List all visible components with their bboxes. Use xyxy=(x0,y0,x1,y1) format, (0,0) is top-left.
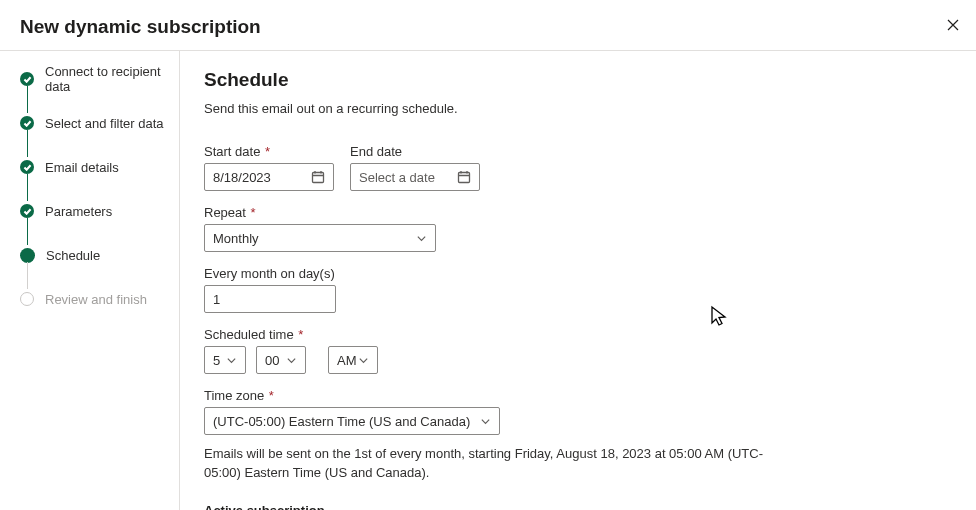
timezone-value: (UTC-05:00) Eastern Time (US and Canada) xyxy=(213,414,470,429)
check-icon xyxy=(20,204,34,218)
section-title: Schedule xyxy=(204,69,956,91)
svg-rect-0 xyxy=(313,173,324,183)
section-subtitle: Send this email out on a recurring sched… xyxy=(204,101,956,116)
step-label: Email details xyxy=(45,160,119,175)
step-schedule[interactable]: Schedule xyxy=(20,245,179,265)
end-date-label: End date xyxy=(350,144,480,159)
svg-rect-1 xyxy=(459,173,470,183)
minute-value: 00 xyxy=(265,353,279,368)
step-label: Parameters xyxy=(45,204,112,219)
calendar-icon xyxy=(311,170,325,184)
scheduled-time-label: Scheduled time * xyxy=(204,327,956,342)
check-icon xyxy=(20,116,34,130)
ampm-select[interactable]: AM xyxy=(328,346,378,374)
hour-value: 5 xyxy=(213,353,220,368)
current-step-icon xyxy=(20,248,35,263)
timezone-select[interactable]: (UTC-05:00) Eastern Time (US and Canada) xyxy=(204,407,500,435)
repeat-select[interactable]: Monthly xyxy=(204,224,436,252)
page-title: New dynamic subscription xyxy=(20,16,261,38)
chevron-down-icon xyxy=(358,355,369,366)
calendar-icon xyxy=(457,170,471,184)
active-subscription-label: Active subscription xyxy=(204,503,956,510)
chevron-down-icon xyxy=(226,355,237,366)
start-date-input[interactable]: 8/18/2023 xyxy=(204,163,334,191)
main-content: Schedule Send this email out on a recurr… xyxy=(180,51,976,510)
chevron-down-icon xyxy=(416,233,427,244)
chevron-down-icon xyxy=(480,416,491,427)
wizard-sidebar: Connect to recipient data Select and fil… xyxy=(0,51,180,510)
repeat-label: Repeat * xyxy=(204,205,956,220)
step-select-filter-data[interactable]: Select and filter data xyxy=(20,113,179,133)
step-review-finish[interactable]: Review and finish xyxy=(20,289,179,309)
check-icon xyxy=(20,160,34,174)
end-date-placeholder: Select a date xyxy=(359,170,435,185)
step-label: Select and filter data xyxy=(45,116,164,131)
timezone-label: Time zone * xyxy=(204,388,956,403)
step-email-details[interactable]: Email details xyxy=(20,157,179,177)
every-day-value: 1 xyxy=(213,292,220,307)
check-icon xyxy=(20,72,34,86)
step-connect-recipient-data[interactable]: Connect to recipient data xyxy=(20,69,179,89)
every-day-input[interactable]: 1 xyxy=(204,285,336,313)
step-label: Connect to recipient data xyxy=(45,64,179,94)
end-date-input[interactable]: Select a date xyxy=(350,163,480,191)
hour-select[interactable]: 5 xyxy=(204,346,246,374)
close-icon xyxy=(946,18,960,32)
schedule-summary: Emails will be sent on the 1st of every … xyxy=(204,445,764,483)
start-date-label: Start date * xyxy=(204,144,334,159)
step-label: Review and finish xyxy=(45,292,147,307)
ampm-value: AM xyxy=(337,353,357,368)
close-button[interactable] xyxy=(944,16,962,34)
upcoming-step-icon xyxy=(20,292,34,306)
step-label: Schedule xyxy=(46,248,100,263)
minute-select[interactable]: 00 xyxy=(256,346,306,374)
repeat-value: Monthly xyxy=(213,231,259,246)
step-parameters[interactable]: Parameters xyxy=(20,201,179,221)
chevron-down-icon xyxy=(286,355,297,366)
every-label: Every month on day(s) xyxy=(204,266,956,281)
start-date-value: 8/18/2023 xyxy=(213,170,271,185)
